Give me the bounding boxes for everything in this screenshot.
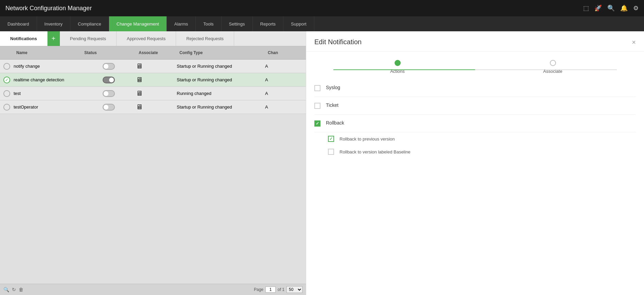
row-checkbox-2[interactable]: [0, 77, 14, 83]
top-bar-icons: ⬚ 🚀 🔍 🔔 ⚙: [583, 4, 639, 12]
stepper-dot-actions: [395, 60, 401, 66]
syslog-checkbox[interactable]: [314, 85, 320, 91]
options-list: Syslog Ticket Rollback Rollback to previ…: [306, 79, 644, 295]
refresh-icon[interactable]: ↻: [12, 287, 16, 292]
col-config-type: Config Type: [177, 49, 265, 56]
row-config-4: Startup or Running changed: [177, 104, 265, 110]
col-change: Chan: [265, 49, 299, 56]
col-name: Name: [14, 49, 82, 56]
tab-notifications[interactable]: Notifications: [0, 31, 48, 46]
option-syslog: Syslog: [314, 79, 636, 97]
pagination: 🔍 ↻ 🗑 Page of 1 50 100 200: [0, 284, 306, 295]
row-checkbox-3[interactable]: [0, 90, 14, 97]
rollback-baseline-checkbox[interactable]: [328, 149, 334, 155]
left-panel: Notifications + Pending Requests Approve…: [0, 31, 306, 295]
nav-dashboard[interactable]: Dashboard: [0, 16, 37, 31]
nav-bar: Dashboard Inventory Compliance Change Ma…: [0, 16, 644, 31]
nav-reports[interactable]: Reports: [253, 16, 284, 31]
app-title: Network Configuration Manager: [5, 5, 92, 12]
col-checkbox: [0, 49, 14, 56]
close-panel-button[interactable]: ×: [632, 39, 636, 46]
syslog-label: Syslog: [326, 85, 340, 90]
delete-icon[interactable]: 🗑: [19, 287, 23, 292]
row-name-1: notify change: [14, 64, 82, 69]
stepper-associate[interactable]: Associate: [475, 60, 630, 74]
row-checkbox-1[interactable]: [0, 63, 14, 70]
row-associate-1: 🖥: [136, 62, 177, 70]
tab-rejected-requests[interactable]: Rejected Requests: [176, 31, 234, 46]
tab-pending-requests[interactable]: Pending Requests: [60, 31, 117, 46]
col-associate: Associate: [136, 49, 177, 56]
nav-change-management[interactable]: Change Management: [109, 16, 167, 31]
panel-title: Edit Notification: [314, 38, 362, 46]
option-rollback-group: Rollback Rollback to previous version Ro…: [314, 115, 636, 158]
row-name-2: realtime change detection: [14, 77, 82, 82]
rocket-icon[interactable]: 🚀: [594, 4, 602, 12]
row-status-2[interactable]: [82, 77, 136, 83]
row-change-1: A: [265, 64, 299, 69]
row-config-2: Startup or Running changed: [177, 77, 265, 82]
main-layout: Notifications + Pending Requests Approve…: [0, 31, 644, 295]
of-label: of 1: [278, 287, 284, 292]
rollback-prev-checkbox[interactable]: [328, 136, 334, 142]
row-associate-4: 🖥: [136, 103, 177, 111]
stepper-dot-associate: [550, 60, 556, 66]
row-status-3[interactable]: [82, 90, 136, 97]
stepper-label-actions: Actions: [390, 69, 405, 74]
tab-approved-requests[interactable]: Approved Requests: [117, 31, 176, 46]
option-ticket: Ticket: [314, 97, 636, 115]
rollback-label: Rollback: [326, 120, 344, 126]
row-status-1[interactable]: [82, 63, 136, 70]
row-name-4: testOperator: [14, 104, 82, 110]
panel-header: Edit Notification ×: [306, 31, 644, 52]
stepper-label-associate: Associate: [543, 69, 562, 74]
row-associate-2: 🖥: [136, 76, 177, 84]
page-label: Page: [254, 287, 263, 292]
search-rows-icon[interactable]: 🔍: [3, 287, 9, 292]
stepper-actions[interactable]: Actions: [320, 60, 475, 74]
row-checkbox-4[interactable]: [0, 104, 14, 111]
sub-option-rollback-prev: Rollback to previous version: [314, 132, 636, 145]
stepper: Actions Associate: [306, 52, 644, 79]
pagination-icons: 🔍 ↻ 🗑: [3, 287, 23, 292]
nav-tools[interactable]: Tools: [196, 16, 221, 31]
nav-compliance[interactable]: Compliance: [70, 16, 109, 31]
ticket-label: Ticket: [326, 102, 338, 108]
table-row[interactable]: testOperator 🖥 Startup or Running change…: [0, 100, 306, 114]
nav-inventory[interactable]: Inventory: [37, 16, 70, 31]
nav-support[interactable]: Support: [283, 16, 314, 31]
nav-settings[interactable]: Settings: [222, 16, 253, 31]
col-status: Status: [82, 49, 136, 56]
row-change-3: A: [265, 91, 299, 96]
bell-icon[interactable]: 🔔: [620, 4, 628, 12]
add-notification-button[interactable]: +: [48, 31, 60, 46]
sub-option-rollback-baseline: Rollback to version labeled Baseline: [314, 145, 636, 158]
table-row[interactable]: test 🖥 Running changed A: [0, 87, 306, 100]
top-bar: Network Configuration Manager ⬚ 🚀 🔍 🔔 ⚙: [0, 0, 644, 16]
ticket-checkbox[interactable]: [314, 103, 320, 109]
nav-alarms[interactable]: Alarms: [167, 16, 196, 31]
table-header: Name Status Associate Config Type Chan: [0, 46, 306, 60]
display-icon[interactable]: ⬚: [583, 4, 589, 12]
row-associate-3: 🖥: [136, 89, 177, 97]
rollback-checkbox[interactable]: [314, 120, 320, 127]
row-change-2: A: [265, 77, 299, 82]
rollback-baseline-label: Rollback to version labeled Baseline: [340, 149, 411, 154]
option-rollback: Rollback: [314, 115, 636, 132]
row-status-4[interactable]: [82, 104, 136, 111]
edit-notification-panel: Edit Notification × Actions Associate Sy…: [306, 31, 644, 295]
row-change-4: A: [265, 104, 299, 110]
page-input[interactable]: [265, 286, 276, 293]
row-name-3: test: [14, 91, 82, 96]
row-config-1: Startup or Running changed: [177, 64, 265, 69]
rollback-prev-label: Rollback to previous version: [340, 136, 395, 142]
table-row[interactable]: notify change 🖥 Startup or Running chang…: [0, 60, 306, 73]
sub-tabs: Notifications + Pending Requests Approve…: [0, 31, 306, 46]
per-page-select[interactable]: 50 100 200: [286, 286, 302, 293]
row-config-3: Running changed: [177, 91, 265, 96]
notifications-table: Name Status Associate Config Type Chan n…: [0, 46, 306, 284]
table-row[interactable]: realtime change detection 🖥 Startup or R…: [0, 73, 306, 87]
search-icon[interactable]: 🔍: [607, 4, 615, 12]
gear-icon[interactable]: ⚙: [633, 4, 639, 12]
